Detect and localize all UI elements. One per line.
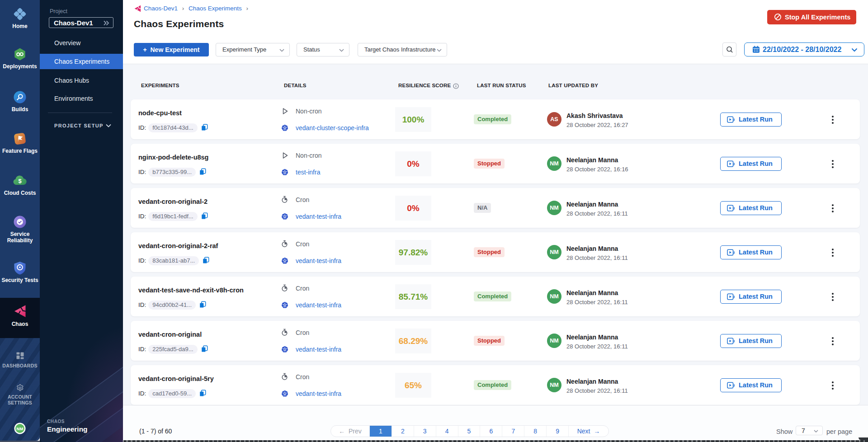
svg-text:NM: NM [17, 426, 24, 431]
svg-text:$: $ [18, 178, 22, 184]
